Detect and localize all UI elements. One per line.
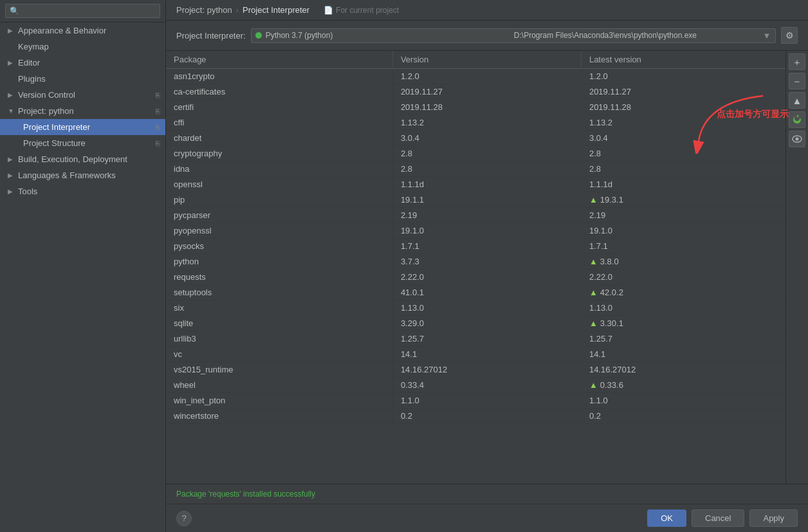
expand-arrow-icon: ▶ [8,91,15,98]
table-row[interactable]: requests2.22.02.22.0 [166,270,785,285]
package-name: win_inet_pton [166,393,392,408]
side-buttons: + − ▲ [785,51,808,484]
interpreter-path: D:\Program Files\Anaconda3\envs\python\p… [514,31,758,40]
package-latest: ▲42.0.2 [581,285,785,300]
package-version: 2019.11.27 [392,84,581,100]
breadcrumb-project[interactable]: Project: python [176,5,232,15]
sidebar-item-label: Version Control [18,90,75,100]
sidebar: ▶Appearance & BehaviorKeymap▶EditorPlugi… [0,0,166,532]
expand-arrow-icon: ▶ [8,188,15,195]
package-latest: 14.1 [581,347,785,362]
table-row[interactable]: urllib31.25.71.25.7 [166,331,785,347]
table-row[interactable]: pyopenssl19.1.019.1.0 [166,223,785,239]
refresh-button[interactable] [789,111,805,128]
eye-button[interactable] [789,131,805,147]
table-row[interactable]: vs2015_runtime14.16.2701214.16.27012 [166,362,785,378]
col-package: Package [166,51,392,69]
package-name: asn1crypto [166,69,392,84]
table-row[interactable]: cryptography2.82.8 [166,146,785,161]
table-row[interactable]: asn1crypto1.2.01.2.0 [166,69,785,84]
package-version: 2019.11.28 [392,100,581,115]
package-name: wincertstore [166,408,392,424]
ok-button[interactable]: OK [647,509,686,527]
table-row[interactable]: six1.13.01.13.0 [166,300,785,316]
upgrade-icon: ▲ [589,318,598,328]
package-name: chardet [166,131,392,146]
package-version: 1.13.0 [392,300,581,316]
package-name: sqlite [166,316,392,331]
table-row[interactable]: wheel0.33.4▲0.33.6 [166,378,785,393]
sidebar-item-plugins[interactable]: Plugins [0,71,165,87]
package-latest: 2019.11.27 [581,84,785,100]
sidebar-item-tools[interactable]: ▶Tools [0,183,165,199]
table-row[interactable]: cffi1.13.21.13.2 [166,115,785,131]
table-row[interactable]: setuptools41.0.1▲42.0.2 [166,285,785,300]
sidebar-item-project-python[interactable]: ▼Project: python⎘ [0,103,165,119]
package-version: 1.7.1 [392,239,581,254]
interpreter-label: Project Interpreter: [176,31,246,41]
sidebar-item-appearance[interactable]: ▶Appearance & Behavior [0,23,165,39]
help-button[interactable]: ? [176,511,192,526]
add-package-button[interactable]: + [789,53,805,70]
table-row[interactable]: win_inet_pton1.1.01.1.0 [166,393,785,408]
sidebar-item-label: Project Structure [23,138,86,148]
table-row[interactable]: wincertstore0.20.2 [166,408,785,424]
package-name: requests [166,270,392,285]
sync-icon: ⎘ [156,91,160,99]
sidebar-item-project-structure[interactable]: Project Structure⎘ [0,135,165,151]
package-latest: 2.19 [581,208,785,223]
scroll-up-button[interactable]: ▲ [789,92,805,109]
package-latest: 1.7.1 [581,239,785,254]
packages-table-wrapper[interactable]: Package Version Latest version asn1crypt… [166,51,785,484]
search-input[interactable] [5,4,160,18]
expand-arrow-icon: ▶ [8,27,15,34]
table-row[interactable]: vc14.114.1 [166,347,785,362]
sidebar-item-version-control[interactable]: ▶Version Control⎘ [0,87,165,103]
sidebar-item-keymap[interactable]: Keymap [0,39,165,55]
sync-icon: ⎘ [156,107,160,115]
package-version: 1.1.1d [392,177,581,192]
sidebar-item-label: Project Interpreter [23,122,90,132]
cancel-button[interactable]: Cancel [692,509,744,527]
interpreter-select[interactable]: Python 3.7 (python) D:\Program Files\Ana… [251,28,776,43]
table-row[interactable]: openssl1.1.1d1.1.1d [166,177,785,192]
table-row[interactable]: pysocks1.7.11.7.1 [166,239,785,254]
status-message: Package 'requests' installed successfull… [176,490,315,499]
package-name: ca-certificates [166,84,392,100]
package-name: wheel [166,378,392,393]
sidebar-item-label: Plugins [18,74,46,84]
table-row[interactable]: sqlite3.29.0▲3.30.1 [166,316,785,331]
for-current-project[interactable]: 📄 For current project [324,6,399,15]
table-row[interactable]: pycparser2.192.19 [166,208,785,223]
table-row[interactable]: pip19.1.1▲19.3.1 [166,192,785,208]
dropdown-arrow-icon[interactable]: ▼ [762,31,771,41]
remove-package-button[interactable]: − [789,73,805,89]
sidebar-item-label: Appearance & Behavior [18,26,106,35]
package-version: 2.22.0 [392,270,581,285]
table-row[interactable]: chardet3.0.43.0.4 [166,131,785,146]
sidebar-item-editor[interactable]: ▶Editor [0,55,165,71]
package-version: 2.8 [392,161,581,177]
table-row[interactable]: idna2.82.8 [166,161,785,177]
interpreter-gear-button[interactable]: ⚙ [781,27,798,44]
package-name: openssl [166,177,392,192]
sidebar-item-label: Build, Execution, Deployment [18,154,127,164]
table-row[interactable]: ca-certificates2019.11.272019.11.27 [166,84,785,100]
package-version: 1.13.2 [392,115,581,131]
package-name: idna [166,161,392,177]
breadcrumb-current: Project Interpreter [243,5,309,15]
table-row[interactable]: certifi2019.11.282019.11.28 [166,100,785,115]
table-row[interactable]: python3.7.3▲3.8.0 [166,254,785,270]
sidebar-item-languages[interactable]: ▶Languages & Frameworks [0,167,165,183]
sidebar-item-label: Tools [18,187,37,196]
sidebar-item-project-interpreter[interactable]: Project Interpreter⎘ [0,119,165,135]
package-latest: 1.1.0 [581,393,785,408]
table-header-row: Package Version Latest version [166,51,785,69]
col-version: Version [392,51,581,69]
search-box [0,0,165,23]
package-version: 2.8 [392,146,581,161]
apply-button[interactable]: Apply [749,509,798,527]
sidebar-item-build-execution[interactable]: ▶Build, Execution, Deployment [0,151,165,167]
package-latest: 1.25.7 [581,331,785,347]
table-body: asn1crypto1.2.01.2.0ca-certificates2019.… [166,69,785,424]
